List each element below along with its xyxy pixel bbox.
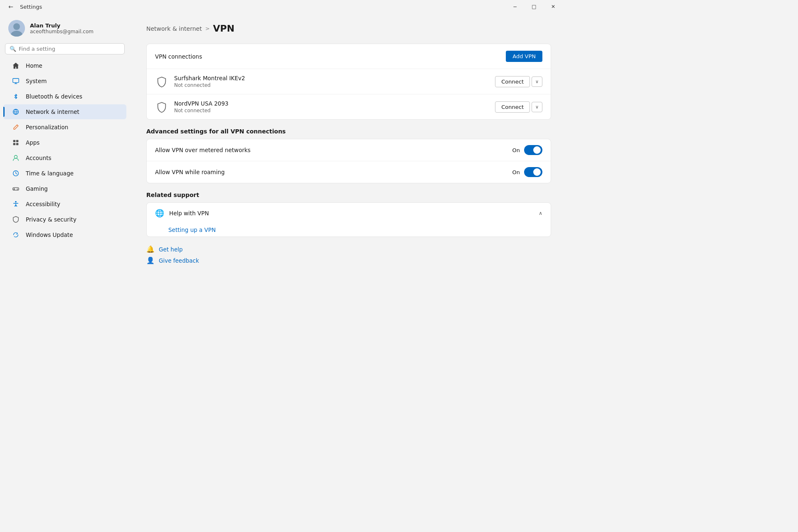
vpn-actions-0: Connect ∨ [495, 76, 542, 87]
breadcrumb: Network & internet > VPN [146, 23, 551, 34]
setting-up-vpn-link[interactable]: Setting up a VPN [168, 227, 216, 233]
nav-icon-gaming [12, 185, 20, 193]
nav-label-home: Home [26, 62, 42, 69]
titlebar: ← Settings − □ ✕ [0, 0, 568, 13]
sidebar-item-time[interactable]: Time & language [3, 166, 126, 181]
give-feedback-link[interactable]: Give feedback [159, 257, 199, 264]
vpn-connections-title: VPN connections [155, 53, 202, 60]
user-email: aceofthumbs@gmail.com [30, 29, 94, 34]
vpn-connections-header: VPN connections Add VPN [147, 44, 551, 69]
svg-point-11 [15, 201, 17, 203]
svg-rect-5 [16, 140, 18, 142]
breadcrumb-parent[interactable]: Network & internet [146, 25, 202, 32]
vpn-info-1: NordVPN USA 2093 Not connected [174, 100, 489, 113]
svg-rect-7 [16, 143, 18, 145]
get-help-icon: 🔔 [146, 245, 155, 253]
support-sub-item: Setting up a VPN [147, 223, 551, 236]
vpn-connections-card: VPN connections Add VPN Surfshark Montre… [146, 44, 551, 120]
nav-icon-accounts [12, 154, 20, 162]
sidebar-item-home[interactable]: Home [3, 58, 126, 73]
toggle-switch-0[interactable] [524, 145, 542, 155]
toggle-state-1: On [512, 169, 520, 175]
nav-icon-system [12, 77, 20, 85]
bottom-links: 🔔 Get help 👤 Give feedback [146, 245, 551, 264]
search-box[interactable]: 🔍 [5, 43, 125, 54]
nav-label-apps: Apps [26, 139, 39, 146]
page-title: VPN [213, 23, 235, 34]
connect-button-1[interactable]: Connect [495, 101, 530, 113]
nav-container: HomeSystemBluetooth & devicesNetwork & i… [0, 58, 130, 243]
user-name: Alan Truly [30, 22, 94, 29]
nav-label-network: Network & internet [26, 108, 79, 115]
vpn-info-0: Surfshark Montreal IKEv2 Not connected [174, 75, 489, 88]
nav-icon-personalization [12, 123, 20, 131]
nav-icon-network [12, 108, 20, 116]
sidebar-item-system[interactable]: System [3, 74, 126, 89]
close-button[interactable]: ✕ [544, 0, 563, 13]
advanced-settings-title: Advanced settings for all VPN connection… [146, 128, 551, 135]
avatar [8, 20, 25, 37]
breadcrumb-separator: > [205, 25, 210, 32]
svg-rect-6 [13, 143, 15, 145]
toggle-label-0: Allow VPN over metered networks [155, 147, 251, 153]
help-with-vpn-item[interactable]: 🌐 Help with VPN ∧ [147, 203, 551, 223]
toggle-row-1: Allow VPN while roaming On [147, 161, 551, 183]
nav-label-time: Time & language [26, 170, 74, 177]
sidebar-item-accounts[interactable]: Accounts [3, 150, 126, 165]
search-icon: 🔍 [10, 46, 16, 52]
toggle-switch-1[interactable] [524, 167, 542, 177]
nav-icon-update [12, 231, 20, 239]
nav-label-update: Windows Update [26, 232, 73, 238]
nav-label-accounts: Accounts [26, 155, 52, 161]
vpn-name-1: NordVPN USA 2093 [174, 100, 489, 107]
sidebar-item-bluetooth[interactable]: Bluetooth & devices [3, 89, 126, 104]
support-item-left: 🌐 Help with VPN [155, 209, 209, 217]
settings-window: ← Settings − □ ✕ Alan Truly aceofthu [0, 0, 568, 372]
vpn-status-0: Not connected [174, 82, 489, 88]
vpn-actions-1: Connect ∨ [495, 101, 542, 113]
nav-icon-time [12, 169, 20, 177]
related-support-title: Related support [146, 192, 551, 198]
sidebar-item-gaming[interactable]: Gaming [3, 181, 126, 196]
main-layout: Alan Truly aceofthumbs@gmail.com 🔍 HomeS… [0, 13, 568, 372]
user-info: Alan Truly aceofthumbs@gmail.com [30, 22, 94, 34]
give-feedback-row: 👤 Give feedback [146, 256, 551, 264]
sidebar-item-personalization[interactable]: Personalization [3, 120, 126, 135]
toggle-state-0: On [512, 147, 520, 153]
sidebar-item-apps[interactable]: Apps [3, 135, 126, 150]
vpn-list: Surfshark Montreal IKEv2 Not connected C… [147, 69, 551, 119]
nav-icon-accessibility [12, 200, 20, 208]
nav-label-privacy: Privacy & security [26, 216, 76, 223]
nav-label-accessibility: Accessibility [26, 201, 60, 207]
nav-label-gaming: Gaming [26, 185, 48, 192]
sidebar-item-update[interactable]: Windows Update [3, 227, 126, 242]
sidebar-item-privacy[interactable]: Privacy & security [3, 212, 126, 227]
nav-label-personalization: Personalization [26, 124, 68, 131]
vpn-shield-icon-1 [155, 100, 168, 113]
svg-rect-3 [13, 79, 19, 83]
nav-icon-home [12, 62, 20, 70]
chevron-up-icon: ∧ [539, 210, 542, 216]
vpn-shield-icon-0 [155, 75, 168, 88]
connect-button-0[interactable]: Connect [495, 76, 530, 87]
get-help-row: 🔔 Get help [146, 245, 551, 253]
globe-icon: 🌐 [155, 209, 164, 217]
add-vpn-button[interactable]: Add VPN [506, 51, 542, 62]
minimize-button[interactable]: − [505, 0, 525, 13]
nav-label-bluetooth: Bluetooth & devices [26, 93, 82, 100]
nav-label-system: System [26, 78, 47, 84]
user-profile: Alan Truly aceofthumbs@gmail.com [0, 13, 130, 42]
get-help-link[interactable]: Get help [159, 246, 183, 253]
toggle-row-0: Allow VPN over metered networks On [147, 139, 551, 161]
sidebar-item-network[interactable]: Network & internet [3, 104, 126, 119]
sidebar-item-accessibility[interactable]: Accessibility [3, 197, 126, 212]
vpn-chevron-button-0[interactable]: ∨ [532, 76, 542, 87]
vpn-item-0: Surfshark Montreal IKEv2 Not connected C… [147, 69, 551, 94]
window-title: Settings [20, 4, 42, 10]
search-input[interactable] [19, 46, 120, 52]
vpn-chevron-button-1[interactable]: ∨ [532, 102, 542, 112]
nav-icon-bluetooth [12, 92, 20, 101]
maximize-button[interactable]: □ [525, 0, 544, 13]
back-button[interactable]: ← [5, 1, 17, 12]
nav-icon-apps [12, 138, 20, 147]
